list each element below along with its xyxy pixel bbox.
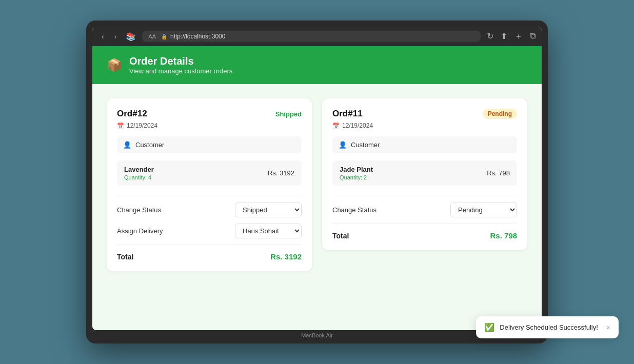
item-price-1: Rs. 3192	[268, 169, 294, 177]
divider-3	[332, 195, 517, 195]
browser-actions: ↻ ⬆ ＋ ⧉	[487, 31, 536, 42]
change-status-label-1: Change Status	[117, 206, 161, 214]
macbook-label: MacBook Air	[92, 330, 542, 343]
share-icon[interactable]: ⬆	[501, 31, 507, 42]
status-dropdown-1[interactable]: Shipped Pending Delivered Cancelled	[235, 203, 302, 217]
toast-message: Delivery Scheduled Successfully!	[500, 323, 542, 330]
total-label-2: Total	[332, 232, 349, 240]
customer-label-1: Customer	[135, 141, 164, 149]
status-badge-2: Pending	[483, 109, 517, 119]
card-header-2: Ord#11 Pending	[332, 109, 517, 119]
assign-delivery-row-1: Assign Delivery Haris Sohail Other Agent	[117, 224, 302, 238]
new-tab-icon[interactable]: ＋	[514, 31, 523, 42]
order-date-1: 📅 12/19/2024	[117, 122, 302, 129]
browser-nav: ‹ ›	[98, 31, 120, 42]
order-card-2: Ord#11 Pending 📅 12/19/2024 👤 Customer J…	[322, 98, 527, 250]
browser-bar: ‹ › 📚 AA 🔒 http://localhost:3000 ↻ ⬆ ＋ ⧉	[92, 27, 542, 46]
item-row-2: Jade Plant Quantity: 2 Rs. 798	[332, 160, 517, 186]
total-row-1: Total Rs. 3192	[117, 252, 302, 261]
reader-icon[interactable]: 📚	[126, 32, 136, 42]
aa-label: AA	[148, 33, 156, 39]
user-icon-2: 👤	[339, 141, 347, 149]
item-info-2: Jade Plant Quantity: 2	[340, 166, 373, 180]
divider-2	[117, 245, 302, 245]
status-badge-1: Shipped	[275, 110, 302, 118]
item-name-2: Jade Plant	[340, 166, 373, 173]
total-value-1: Rs. 3192	[270, 252, 302, 261]
toast-success-icon: ✅	[484, 322, 494, 330]
laptop-screen: ‹ › 📚 AA 🔒 http://localhost:3000 ↻ ⬆ ＋ ⧉…	[92, 27, 542, 330]
order-icon: 📦	[107, 58, 122, 72]
item-name-1: Lavender	[124, 166, 154, 173]
customer-row-1: 👤 Customer	[117, 136, 302, 153]
delivery-dropdown-1[interactable]: Haris Sohail Other Agent	[235, 224, 302, 238]
customer-row-2: 👤 Customer	[332, 136, 517, 153]
divider-4	[332, 224, 517, 224]
date-text-2: 12/19/2024	[342, 122, 373, 129]
page-title: Order Details	[129, 55, 232, 67]
url-text: http://localhost:3000	[170, 33, 225, 40]
page-content: Ord#12 Shipped 📅 12/19/2024 👤 Customer L…	[92, 84, 542, 330]
item-qty-2: Quantity: 2	[340, 174, 373, 180]
page-header: 📦 Order Details View and manage customer…	[92, 46, 542, 84]
total-row-2: Total Rs. 798	[332, 231, 517, 240]
tabs-icon[interactable]: ⧉	[530, 31, 536, 42]
assign-delivery-label-1: Assign Delivery	[117, 227, 163, 235]
refresh-icon[interactable]: ↻	[487, 31, 493, 42]
calendar-icon-1: 📅	[117, 123, 124, 129]
item-price-2: Rs. 798	[487, 169, 510, 177]
order-card-1: Ord#12 Shipped 📅 12/19/2024 👤 Customer L…	[107, 98, 312, 271]
order-date-2: 📅 12/19/2024	[332, 122, 517, 129]
item-row-1: Lavender Quantity: 4 Rs. 3192	[117, 160, 302, 186]
lock-icon: 🔒	[161, 34, 167, 39]
header-text: Order Details View and manage customer o…	[129, 55, 232, 75]
user-icon-1: 👤	[123, 141, 131, 149]
change-status-row-1: Change Status Shipped Pending Delivered …	[117, 203, 302, 217]
item-info-1: Lavender Quantity: 4	[124, 166, 154, 180]
customer-label-2: Customer	[351, 141, 380, 149]
status-dropdown-2[interactable]: Pending Shipped Delivered Cancelled	[450, 203, 517, 217]
calendar-icon-2: 📅	[332, 123, 340, 129]
back-button[interactable]: ‹	[98, 31, 107, 42]
laptop-frame: ‹ › 📚 AA 🔒 http://localhost:3000 ↻ ⬆ ＋ ⧉…	[86, 21, 548, 343]
change-status-row-2: Change Status Pending Shipped Delivered …	[332, 203, 517, 217]
order-id-2: Ord#11	[332, 109, 363, 119]
toast-notification: ✅ Delivery Scheduled Successfully! ×	[476, 316, 542, 330]
forward-button[interactable]: ›	[111, 31, 120, 42]
page-subtitle: View and manage customer orders	[129, 67, 232, 75]
order-id-1: Ord#12	[117, 109, 147, 119]
address-bar[interactable]: AA 🔒 http://localhost:3000	[142, 31, 481, 42]
card-header-1: Ord#12 Shipped	[117, 109, 302, 119]
change-status-label-2: Change Status	[332, 206, 377, 214]
date-text-1: 12/19/2024	[127, 122, 157, 129]
divider-1	[117, 195, 302, 195]
total-label-1: Total	[117, 253, 133, 261]
item-qty-1: Quantity: 4	[124, 174, 154, 180]
total-value-2: Rs. 798	[490, 231, 517, 240]
